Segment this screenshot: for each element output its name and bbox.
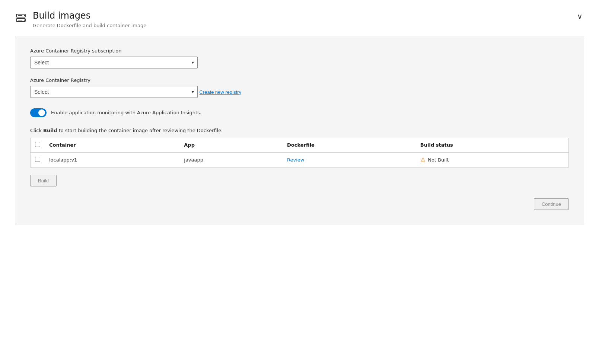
- subscription-select-wrapper: Select ▾: [30, 57, 198, 68]
- build-instruction-suffix: to start building the container image af…: [57, 128, 223, 133]
- table-header-container: Container: [45, 138, 179, 152]
- svg-point-3: [24, 20, 25, 21]
- row-dockerfile-cell: Review: [283, 152, 416, 167]
- header-text: Build images Generate Dockerfile and bui…: [33, 10, 146, 28]
- row-checkbox[interactable]: [35, 157, 40, 162]
- row-build-status-cell: ⚠ Not Built: [416, 152, 569, 167]
- registry-label: Azure Container Registry: [30, 77, 569, 83]
- toggle-label: Enable application monitoring with Azure…: [51, 110, 201, 115]
- app-insights-toggle[interactable]: [30, 108, 47, 117]
- build-instruction-prefix: Click: [30, 128, 43, 133]
- table-header-dockerfile: Dockerfile: [283, 138, 416, 152]
- collapse-button[interactable]: ∨: [576, 10, 584, 22]
- row-checkbox-cell: [31, 152, 45, 167]
- header-left: Build images Generate Dockerfile and bui…: [15, 10, 146, 28]
- table-row: localapp:v1 javaapp Review ⚠ Not Built: [31, 152, 569, 167]
- page-title: Build images: [33, 10, 146, 21]
- subscription-select[interactable]: Select: [30, 57, 198, 68]
- main-panel: Azure Container Registry subscription Se…: [15, 36, 584, 225]
- table-header-checkbox-col: [31, 138, 45, 152]
- row-app-cell: javaapp: [179, 152, 283, 167]
- registry-select-wrapper: Select ▾: [30, 86, 198, 98]
- review-link[interactable]: Review: [287, 157, 304, 163]
- table-header-build-status: Build status: [416, 138, 569, 152]
- build-instruction-bold: Build: [43, 128, 57, 133]
- build-button[interactable]: Build: [30, 175, 57, 186]
- registry-select[interactable]: Select: [30, 86, 198, 98]
- toggle-slider: [30, 108, 47, 117]
- svg-point-2: [24, 15, 25, 16]
- continue-button[interactable]: Continue: [534, 198, 569, 210]
- build-instruction: Click Build to start building the contai…: [30, 128, 569, 133]
- server-icon: [15, 12, 27, 25]
- toggle-section: Enable application monitoring with Azure…: [30, 108, 569, 117]
- registry-section: Azure Container Registry Select ▾ Create…: [30, 77, 569, 98]
- subscription-label: Azure Container Registry subscription: [30, 48, 569, 54]
- build-status-text: Not Built: [428, 157, 449, 163]
- subscription-section: Azure Container Registry subscription Se…: [30, 48, 569, 68]
- table-header-app: App: [179, 138, 283, 152]
- select-all-checkbox[interactable]: [35, 142, 40, 147]
- footer-row: Continue: [30, 198, 569, 210]
- warning-icon: ⚠: [420, 156, 426, 163]
- table-header-row: Container App Dockerfile Build status: [31, 138, 569, 152]
- create-registry-link[interactable]: Create new registry: [199, 89, 241, 95]
- build-status-container: ⚠ Not Built: [420, 156, 564, 163]
- containers-table: Container App Dockerfile Build status lo…: [30, 138, 569, 167]
- page-subtitle: Generate Dockerfile and build container …: [33, 23, 146, 28]
- row-container-cell: localapp:v1: [45, 152, 179, 167]
- page-header: Build images Generate Dockerfile and bui…: [0, 0, 599, 36]
